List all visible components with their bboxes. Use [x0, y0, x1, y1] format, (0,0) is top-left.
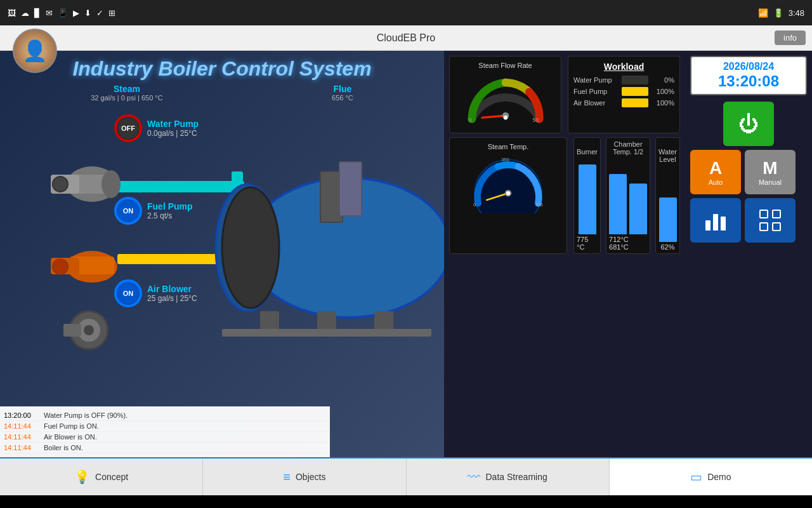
manual-button[interactable]: M Manual: [745, 150, 796, 194]
svg-rect-44: [773, 223, 780, 231]
log-time-3: 14:11:44: [4, 444, 39, 451]
svg-rect-40: [721, 217, 726, 231]
grid-button[interactable]: [745, 198, 796, 243]
water-pump-vals: 0.0gal/s | 25°C: [147, 129, 199, 138]
clock: 3:48: [789, 8, 804, 18]
android-nav: ◁ ○ □: [0, 495, 812, 508]
metrics-panel: Steam Flow Rate 0 50: [444, 51, 685, 457]
flue-values: 656 °C: [332, 94, 353, 102]
workload-air-val: 100%: [652, 99, 674, 107]
fuel-pump-name: Fuel Pump: [147, 201, 193, 211]
boiler-diagram: [0, 108, 444, 362]
bottom-nav: 💡 Concept ≡ Objects 〰 Data Streaming ▭ D…: [0, 457, 812, 495]
workload-water-val: 0%: [652, 76, 674, 84]
burner-value: 775 °C: [577, 236, 598, 251]
boiler-panel: Industry Boiler Control System Steam 32 …: [0, 51, 444, 457]
chamber-temp-values: 712°C 681°C: [609, 236, 647, 251]
header-labels: Steam 32 gal/s | 0 psi | 650 °C Flue 656…: [0, 84, 444, 102]
svg-point-15: [102, 170, 121, 198]
nav-demo[interactable]: ▭ Demo: [610, 458, 812, 495]
nav-data-streaming[interactable]: 〰 Data Streaming: [407, 458, 610, 495]
flue-label: Flue: [332, 84, 353, 94]
log-time-1: 14:11:44: [4, 422, 39, 430]
steam-flow-gauge: Steam Flow Rate 0 50: [449, 56, 561, 133]
svg-rect-10: [317, 311, 336, 330]
workload-air-label: Air Blower: [573, 99, 618, 107]
right-panel: 2026/08/24 13:20:08 ⏻ A Auto M Manual: [685, 51, 812, 457]
air-blower-toggle[interactable]: ON: [114, 279, 142, 307]
auto-button[interactable]: A Auto: [690, 150, 741, 194]
chart-grid-row: [690, 198, 807, 243]
log-msg-0: Water Pump is OFF (90%).: [44, 411, 128, 419]
log-panel: 13:20:00 Water Pump is OFF (90%). 14:11:…: [0, 406, 330, 457]
svg-point-30: [503, 116, 507, 119]
grid-icon: [757, 208, 783, 233]
water-pump-info: Water Pump 0.0gal/s | 25°C: [147, 119, 199, 138]
fuel-pump-toggle[interactable]: ON: [114, 197, 142, 225]
svg-point-17: [53, 177, 68, 192]
power-button[interactable]: ⏻: [723, 102, 774, 146]
date-display: 2026/08/24: [695, 61, 802, 72]
auto-manual-row: A Auto M Manual: [690, 150, 807, 194]
chart-icon: [703, 208, 728, 233]
status-left-icons: 🖼 ☁ ▊ ✉ 📱 ▶ ⬇ ✓ ⊞: [8, 8, 115, 18]
chamber-temp-bar-chart: [609, 158, 647, 234]
notification-icon: 🖼: [8, 8, 16, 18]
air-blower-vals: 25 gal/s | 25°C: [147, 294, 197, 303]
svg-point-21: [53, 259, 68, 274]
workload-air-bar-container: [622, 98, 648, 107]
cloud-icon: ☁: [21, 8, 29, 18]
log-entry-0: 13:20:00 Water Pump is OFF (90%).: [4, 410, 326, 421]
svg-rect-9: [260, 311, 279, 330]
download-icon: ⬇: [84, 8, 91, 18]
svg-text:50: 50: [532, 117, 539, 123]
mail-icon: ✉: [46, 8, 53, 18]
streaming-icon: 〰: [468, 470, 480, 485]
app-title: CloudEB Pro: [377, 32, 436, 44]
svg-text:0: 0: [473, 202, 476, 208]
chart-button[interactable]: [690, 198, 741, 243]
steam-temp-label: Steam Temp.: [455, 143, 561, 150]
workload-fuel-val: 100%: [652, 88, 674, 95]
chamber-temp-bar-group: Chamber Temp. 1/2 712°C 681°C: [606, 137, 650, 254]
burner-bar-group: Burner 775 °C: [573, 137, 601, 254]
workload-fuel-label: Fuel Pump: [573, 88, 618, 95]
air-blower-info: Air Blower 25 gal/s | 25°C: [147, 284, 197, 303]
air-blower-control: ON Air Blower 25 gal/s | 25°C: [114, 279, 197, 307]
fuel-pump-info: Fuel Pump 2.5 qt/s: [147, 201, 193, 220]
info-button[interactable]: info: [775, 30, 806, 45]
svg-text:0: 0: [468, 117, 471, 123]
bars-section: Burner 775 °C Chamber Temp. 1/2 712°C: [573, 137, 680, 254]
workload-section: Workload Water Pump 0% Fuel Pump 100%: [568, 56, 680, 133]
workload-title: Workload: [573, 62, 674, 72]
water-level-bar: [659, 197, 677, 242]
workload-air-blower-row: Air Blower 100%: [573, 98, 674, 107]
nav-objects-label: Objects: [296, 472, 325, 482]
nav-objects[interactable]: ≡ Objects: [203, 458, 406, 495]
flue-group: Flue 656 °C: [332, 84, 353, 102]
water-pump-toggle[interactable]: OFF: [114, 114, 142, 142]
log-time-0: 13:20:00: [4, 411, 39, 419]
check-icon: ✓: [96, 8, 103, 18]
boiler-title: Industry Boiler Control System: [0, 51, 444, 84]
nav-data-streaming-label: Data Streaming: [485, 472, 547, 482]
svg-rect-8: [339, 162, 362, 216]
burner-bar: [579, 164, 596, 234]
log-entry-2: 14:11:44 Air Blower is ON.: [4, 432, 326, 443]
power-icon: ⏻: [738, 112, 759, 136]
steam-flow-label: Steam Flow Rate: [455, 62, 556, 69]
avatar: 👤: [13, 29, 57, 73]
svg-point-37: [506, 191, 510, 195]
air-blower-name: Air Blower: [147, 284, 197, 294]
workload-fuel-bar-container: [622, 87, 648, 96]
nav-concept[interactable]: 💡 Concept: [0, 458, 203, 495]
svg-text:350: 350: [501, 157, 509, 163]
chamber-bar-1: [609, 174, 627, 234]
log-msg-3: Boiler is ON.: [44, 444, 83, 451]
demo-icon: ▭: [690, 469, 702, 485]
steam-temp-gauge: Steam Temp. 0 350 700: [449, 137, 567, 254]
objects-icon: ≡: [283, 470, 291, 485]
bar-icon: ▊: [34, 8, 41, 18]
burner-label: Burner: [577, 148, 598, 156]
svg-rect-43: [760, 223, 768, 231]
